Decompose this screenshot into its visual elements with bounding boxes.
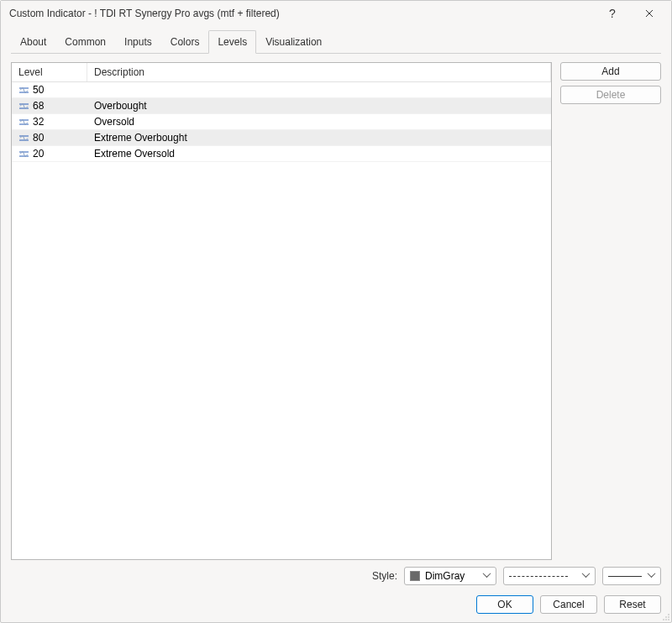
style-dash-combo[interactable] xyxy=(503,567,596,585)
svg-point-5 xyxy=(663,619,664,620)
col-header-level[interactable]: Level xyxy=(12,63,87,81)
svg-point-1 xyxy=(668,616,669,618)
tab-common[interactable]: Common xyxy=(55,30,115,54)
tab-levels[interactable]: Levels xyxy=(208,30,256,54)
reset-button[interactable]: Reset xyxy=(604,595,661,614)
table-row[interactable]: 32Oversold xyxy=(12,114,551,130)
tab-bar: AboutCommonInputsColorsLevelsVisualizati… xyxy=(11,30,661,54)
table-row[interactable]: 50 xyxy=(12,82,551,98)
cell-level: 20 xyxy=(12,148,87,160)
color-swatch xyxy=(410,571,420,581)
tab-about[interactable]: About xyxy=(11,30,55,54)
content-area: AboutCommonInputsColorsLevelsVisualizati… xyxy=(1,26,671,592)
ok-button[interactable]: OK xyxy=(476,595,533,614)
cell-level: 68 xyxy=(12,100,87,112)
svg-point-2 xyxy=(668,619,669,620)
dialog-footer: OK Cancel Reset xyxy=(1,592,671,622)
chevron-down-icon xyxy=(648,572,657,580)
table-row[interactable]: 20Extreme Oversold xyxy=(12,146,551,162)
delete-button: Delete xyxy=(560,86,661,104)
tab-visualization[interactable]: Visualization xyxy=(256,30,331,54)
cell-level: 32 xyxy=(12,116,87,128)
cell-level: 50 xyxy=(12,84,87,96)
list-body: 50 68Overbought 32Oversold 80Extreme Ove… xyxy=(12,82,551,559)
svg-point-4 xyxy=(665,619,667,620)
tab-panel-levels: Level Description 50 68Overbought 32Over… xyxy=(11,54,661,560)
level-icon xyxy=(18,149,29,160)
help-button[interactable]: ? xyxy=(594,1,631,26)
level-value: 80 xyxy=(33,132,44,144)
level-value: 50 xyxy=(33,84,44,96)
close-button[interactable] xyxy=(631,1,668,26)
cell-level: 80 xyxy=(12,132,87,144)
dash-preview xyxy=(509,576,568,577)
window-title: Custom Indicator - ! TDI RT Synergy Pro … xyxy=(9,8,594,19)
style-width-combo[interactable] xyxy=(602,567,661,585)
style-row: Style: DimGray xyxy=(11,560,661,592)
chevron-down-icon xyxy=(484,572,492,580)
tab-inputs[interactable]: Inputs xyxy=(115,30,161,54)
width-preview xyxy=(608,576,642,577)
cancel-button[interactable]: Cancel xyxy=(540,595,597,614)
tab-colors[interactable]: Colors xyxy=(161,30,209,54)
cell-description: Overbought xyxy=(87,100,551,112)
dialog-window: Custom Indicator - ! TDI RT Synergy Pro … xyxy=(0,0,672,623)
style-color-combo[interactable]: DimGray xyxy=(404,567,496,585)
cell-description: Oversold xyxy=(87,116,551,128)
style-label: Style: xyxy=(372,570,397,582)
chevron-down-icon xyxy=(583,572,591,580)
level-value: 20 xyxy=(33,148,44,160)
level-value: 68 xyxy=(33,100,44,112)
table-row[interactable]: 68Overbought xyxy=(12,98,551,114)
resize-grip-icon[interactable] xyxy=(660,611,670,621)
add-button[interactable]: Add xyxy=(560,62,661,81)
cell-description: Extreme Oversold xyxy=(87,148,551,160)
level-icon xyxy=(18,101,29,112)
level-icon xyxy=(18,133,29,144)
table-row[interactable]: 80Extreme Overbought xyxy=(12,130,551,146)
level-icon xyxy=(18,117,29,128)
cell-description: Extreme Overbought xyxy=(87,132,551,144)
col-header-description[interactable]: Description xyxy=(87,63,551,81)
svg-point-0 xyxy=(668,614,669,615)
level-icon xyxy=(18,85,29,96)
color-name: DimGray xyxy=(425,570,465,582)
list-header: Level Description xyxy=(12,63,551,82)
titlebar: Custom Indicator - ! TDI RT Synergy Pro … xyxy=(1,1,671,26)
side-buttons: Add Delete xyxy=(560,62,661,560)
level-value: 32 xyxy=(33,116,44,128)
svg-point-3 xyxy=(665,616,667,618)
levels-listview[interactable]: Level Description 50 68Overbought 32Over… xyxy=(11,62,552,560)
